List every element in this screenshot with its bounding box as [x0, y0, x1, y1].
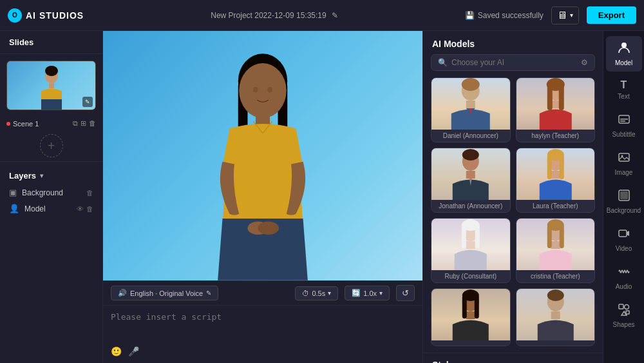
model-name-8 — [516, 340, 595, 346]
icon-bar: Model T Text Subtittle — [603, 31, 644, 363]
icon-bar-audio[interactable]: Audio — [606, 260, 642, 295]
svg-point-23 — [462, 149, 479, 161]
ai-search-input[interactable] — [451, 58, 577, 67]
text-icon: T — [621, 79, 627, 91]
reset-button[interactable]: ↺ — [396, 285, 415, 301]
svg-rect-57 — [620, 191, 628, 199]
layer-model-label: Model — [24, 204, 46, 213]
scene-delete-icon[interactable]: 🗑 — [89, 119, 96, 128]
icon-bar-shapes-label: Shapes — [613, 321, 635, 328]
model-card-daniel[interactable]: Daniel (Announcer) — [431, 77, 511, 142]
svg-rect-42 — [462, 295, 467, 319]
header-center: New Project 2022-12-09 15:35:19 ✎ — [211, 11, 337, 20]
canvas-area: 🔊 English · Original Voice ✎ ⏱ 0.5s ▾ 🔄 … — [103, 31, 422, 363]
canvas-viewport — [103, 31, 422, 280]
audio-icon: 🔊 — [118, 289, 127, 297]
slide-thumbnail[interactable]: ✎ — [6, 61, 96, 110]
model-img-daniel — [431, 78, 510, 130]
script-input[interactable] — [111, 312, 415, 342]
add-scene-button[interactable]: + — [40, 134, 63, 157]
icon-bar-text[interactable]: T Text — [606, 74, 642, 105]
model-card-8[interactable] — [516, 288, 596, 346]
svg-rect-19 — [547, 84, 552, 110]
export-button[interactable]: Export — [587, 6, 636, 24]
svg-rect-22 — [466, 171, 475, 179]
language-button[interactable]: 🔊 English · Original Voice ✎ — [111, 286, 218, 300]
icon-bar-audio-label: Audio — [616, 283, 632, 290]
slide-avatar-preview — [26, 62, 77, 110]
svg-rect-27 — [547, 155, 551, 179]
timing-chevron-icon: ▾ — [328, 289, 331, 297]
layer-background-icon: ▣ — [9, 188, 17, 197]
layer-model-left: 👤 Model — [9, 204, 46, 213]
model-name-7 — [431, 340, 510, 346]
model-img-cristina — [516, 219, 595, 270]
scene-copy-icon[interactable]: ⧉ — [73, 119, 78, 128]
filter-icon[interactable]: ⚙ — [581, 58, 588, 67]
script-area: 🙂 🎤 — [103, 305, 422, 363]
language-label: English · Original Voice — [130, 289, 203, 297]
timer-icon: ⏱ — [302, 289, 309, 297]
icon-bar-shapes[interactable]: Shapes — [606, 298, 642, 333]
icon-bar-model-label: Model — [615, 59, 632, 66]
model-card-7[interactable] — [431, 288, 511, 346]
svg-rect-43 — [475, 295, 479, 319]
icon-bar-text-label: Text — [618, 93, 629, 100]
timing-value: 0.5s — [312, 289, 325, 297]
timing-button[interactable]: ⏱ 0.5s ▾ — [295, 286, 338, 300]
monitor-icon: 🖥 — [557, 10, 567, 21]
model-card-haylyn[interactable]: haylyn (Teacher) — [516, 77, 596, 142]
svg-rect-28 — [559, 155, 564, 179]
model-img-ruby — [431, 219, 510, 270]
shapes-icon — [618, 303, 630, 319]
monitor-button[interactable]: 🖥 ▾ — [551, 6, 579, 25]
model-card-cristina[interactable]: cristina (Teacher) — [516, 218, 596, 283]
microphone-icon[interactable]: 🎤 — [128, 346, 139, 357]
script-bottom-icons: 🙂 🎤 — [111, 346, 415, 357]
layers-header-left: Layers ▾ — [9, 171, 43, 181]
logo-icon: O — [8, 8, 22, 23]
svg-point-46 — [547, 289, 564, 301]
layer-model-eye-icon[interactable]: 👁 — [77, 205, 84, 213]
layer-model-delete-icon[interactable]: 🗑 — [86, 205, 93, 213]
svg-rect-33 — [475, 225, 480, 248]
icon-bar-image[interactable]: Image — [606, 146, 642, 181]
svg-point-1 — [45, 66, 58, 76]
scene-dot — [6, 122, 10, 126]
model-name-haylyn: haylyn (Teacher) — [516, 130, 595, 142]
edit-icon[interactable]: ✎ — [332, 11, 338, 20]
model-img-jonathan — [431, 148, 510, 200]
model-card-laura[interactable]: Laura (Teacher) — [516, 148, 596, 213]
layers-section: Layers ▾ ▣ Background 🗑 👤 Model — [0, 161, 102, 363]
canvas-bottom-bar: 🔊 English · Original Voice ✎ ⏱ 0.5s ▾ 🔄 … — [103, 280, 422, 305]
svg-rect-3 — [49, 83, 54, 88]
layers-header[interactable]: Layers ▾ — [0, 167, 102, 184]
icon-bar-image-label: Image — [615, 169, 633, 176]
speed-icon: 🔄 — [352, 289, 361, 297]
ai-models-header: AI Models — [423, 31, 603, 54]
icon-bar-video-label: Video — [616, 245, 632, 252]
audio-waves-icon — [618, 265, 630, 281]
icon-bar-video[interactable]: Video — [606, 222, 642, 257]
subtitle-icon — [618, 113, 630, 129]
svg-rect-2 — [41, 99, 62, 110]
svg-rect-37 — [547, 225, 551, 248]
svg-rect-14 — [466, 101, 475, 108]
icon-bar-subtitle[interactable]: Subtittle — [606, 108, 642, 143]
person-icon — [618, 41, 630, 57]
icon-bar-model[interactable]: Model — [606, 36, 642, 72]
layer-model[interactable]: 👤 Model 👁 🗑 — [0, 201, 102, 217]
layer-background-actions: 🗑 — [86, 189, 93, 197]
svg-rect-30 — [466, 241, 475, 249]
icon-bar-background[interactable]: Background — [606, 184, 642, 219]
model-card-jonathan[interactable]: Jonathan (Announcer) — [431, 148, 511, 213]
layer-background[interactable]: ▣ Background 🗑 — [0, 184, 102, 201]
emoji-icon[interactable]: 🙂 — [111, 346, 122, 357]
model-card-ruby[interactable]: Ruby (Consultant) — [431, 218, 511, 283]
layer-background-delete-icon[interactable]: 🗑 — [86, 189, 93, 197]
search-bar: 🔍 ⚙ — [431, 54, 595, 71]
edit-voice-icon: ✎ — [206, 289, 211, 297]
speed-button[interactable]: 🔄 1.0x ▾ — [345, 286, 390, 300]
scene-split-icon[interactable]: ⊞ — [80, 119, 86, 128]
model-img-laura — [516, 148, 595, 200]
